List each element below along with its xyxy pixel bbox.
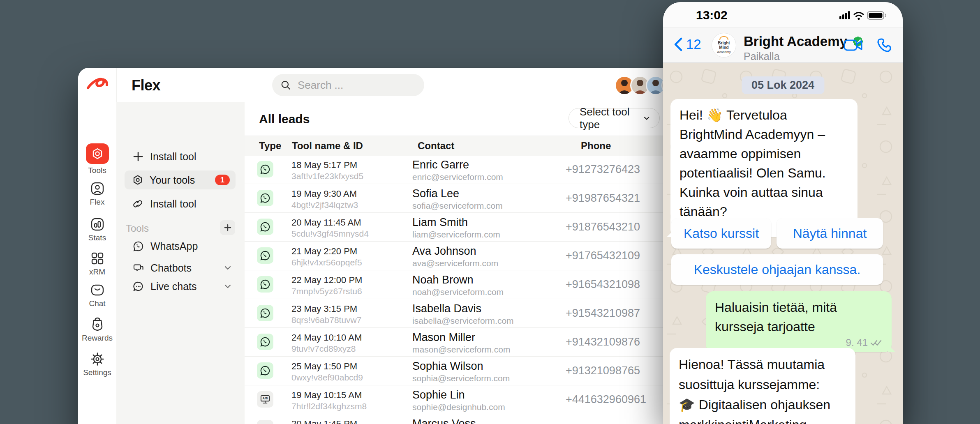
- lead-date: 19 May 9:30 AM: [291, 189, 357, 199]
- sidebar-item-stats[interactable]: Stats: [78, 217, 116, 242]
- sidebar-item-flex[interactable]: Flex: [78, 182, 116, 207]
- message-timestamp: 9. 41: [846, 337, 868, 348]
- presence-status: Paikalla: [744, 51, 780, 62]
- unread-count: 12: [686, 37, 701, 52]
- lead-phone: +91432109876: [566, 336, 640, 348]
- avatar-sun-graphic: [719, 36, 728, 40]
- sidebar-item-tools[interactable]: Tools: [78, 143, 116, 175]
- sidebar-item-xrm[interactable]: xRM: [78, 251, 116, 277]
- lead-date: 18 May 5:17 PM: [291, 160, 357, 171]
- quick-reply-katso-kurssit[interactable]: Katso kurssit: [671, 218, 771, 249]
- incoming-message-welcome: Hei! 👋 Tervetuloa BrightMind Academyyn –…: [670, 99, 858, 237]
- plus-icon: [133, 151, 143, 162]
- chevron-down-icon[interactable]: [222, 281, 233, 292]
- tool-type-chip: A/B: [257, 334, 273, 350]
- tool-type-filter-dropdown[interactable]: Select tool type: [569, 108, 660, 128]
- incoming-message-courses: Hienoa! Tässä muutamia suosittuja kursse…: [670, 348, 855, 424]
- plus-icon: [224, 224, 232, 232]
- sidebar-item-chat[interactable]: Chat: [78, 283, 116, 308]
- svg-text:A/B: A/B: [262, 396, 268, 400]
- lead-name: Noah Brown: [412, 274, 474, 286]
- rewards-lock-icon: [90, 317, 104, 332]
- tool-item-chatbots[interactable]: Chatbots: [116, 260, 245, 276]
- column-tool-name-id: Tool name & ID: [292, 140, 363, 152]
- lead-email: ava@serviceform.com: [412, 258, 498, 268]
- tool-type-chip: A/B: [257, 276, 273, 293]
- voice-call-icon[interactable]: [875, 37, 893, 54]
- serviceform-logo-icon: [86, 74, 109, 96]
- lead-phone: +91765432109: [566, 249, 640, 262]
- lead-email: enric@serviceform.com: [412, 172, 503, 182]
- search-input[interactable]: [297, 78, 405, 92]
- chevron-left-icon: [673, 36, 684, 53]
- lead-tool-id: 5cdu!v3gf45mnysd4: [291, 229, 369, 239]
- lead-email: noah@serviceform.com: [412, 287, 504, 297]
- tool-type-chip: A/B: [257, 420, 273, 424]
- bar-chart-icon: [90, 217, 104, 231]
- lead-name: Ava Johnson: [412, 245, 476, 258]
- quick-reply-nayta-hinnat[interactable]: Näytä hinnat: [777, 218, 883, 249]
- search-icon: [280, 80, 291, 90]
- lead-tool-id: 9tuv!v7cd89xyz8: [291, 344, 356, 354]
- tool-item-whatsapp[interactable]: WhatsApp: [116, 238, 245, 254]
- whatsapp-icon: [260, 365, 270, 376]
- search-bar[interactable]: [272, 74, 424, 96]
- phone-mockup: 13:02: [663, 2, 903, 424]
- tool-type-chip: A/B: [257, 305, 273, 321]
- lead-name: Sophie Lin: [412, 389, 465, 401]
- tool-type-chip: A/B: [257, 362, 273, 379]
- lead-tool-id: 6hjk!v4xr56opqef5: [291, 258, 362, 267]
- brand-logo[interactable]: [78, 68, 117, 102]
- lead-phone: +91987654321: [566, 192, 640, 205]
- tool-type-chip: A/B: [257, 190, 273, 206]
- leads-title: All leads: [259, 112, 310, 126]
- lead-phone: +91543210987: [566, 307, 640, 320]
- sidebar-item-settings[interactable]: Settings: [78, 352, 116, 377]
- battery-icon: [867, 12, 886, 19]
- lead-phone: +91273276423: [566, 163, 640, 176]
- whatsapp-icon: [260, 164, 270, 175]
- whatsapp-icon: [260, 308, 270, 318]
- install-tool-button-top[interactable]: Install tool: [116, 148, 245, 165]
- wifi-icon: [854, 13, 863, 17]
- outgoing-message-reply: Haluaisin tietää, mitä kursseja tarjoatt…: [706, 291, 892, 352]
- video-call-icon[interactable]: [843, 37, 864, 53]
- live-chat-icon: [133, 281, 144, 292]
- your-tools-item-active[interactable]: Your tools 1: [125, 171, 236, 189]
- whatsapp-icon: [260, 279, 270, 290]
- lead-tool-id: 8qrs!v6ab78tuvw7: [291, 315, 361, 325]
- add-tool-button[interactable]: [220, 220, 235, 235]
- install-tool-link[interactable]: Install tool: [116, 196, 245, 212]
- lead-name: Enric Garre: [412, 159, 469, 171]
- column-phone: Phone: [581, 140, 611, 152]
- quick-reply-keskustele-ohjaajan-kanssa[interactable]: Keskustele ohjaajan kanssa.: [671, 254, 883, 285]
- contact-name[interactable]: Bright Academy: [744, 34, 847, 49]
- column-type: Type: [259, 140, 281, 152]
- status-time: 13:02: [696, 8, 728, 22]
- whatsapp-icon: [133, 241, 144, 252]
- tools-sidebar: Install tool Your tools 1 Install tool T…: [116, 102, 245, 424]
- lead-phone: +441632960961: [566, 393, 646, 406]
- lead-name: Isabella Davis: [412, 302, 481, 315]
- whatsapp-icon: [260, 193, 270, 203]
- tool-type-chip: A/B: [257, 161, 273, 177]
- lead-phone: +91654321098: [566, 278, 640, 291]
- lead-phone: +4915118045672: [566, 422, 652, 424]
- contact-avatar[interactable]: Bright Mind Academy: [712, 33, 736, 58]
- person-icon: [90, 182, 104, 196]
- chat-date-separator: 05 Lok 2024: [742, 76, 824, 94]
- tool-item-live-chats[interactable]: Live chats: [116, 278, 245, 295]
- lead-date: 19 May 10:15 AM: [291, 390, 362, 401]
- tools-active-chip: [86, 143, 109, 164]
- lead-phone: +91876543210: [566, 221, 640, 233]
- chevron-down-icon[interactable]: [222, 263, 233, 273]
- lead-email: sofia@serviceform.com: [412, 201, 503, 211]
- lead-email: sophia@serviceform.com: [412, 373, 510, 383]
- column-contact: Contact: [418, 140, 454, 152]
- sidebar-item-rewards[interactable]: Rewards: [78, 317, 116, 343]
- lead-date: 22 May 12:00 PM: [291, 275, 362, 286]
- lead-name: Mason Miller: [412, 331, 475, 344]
- tool-type-chip: A/B: [257, 247, 273, 264]
- back-button[interactable]: 12: [673, 36, 701, 53]
- lead-phone: +91321098765: [566, 364, 640, 377]
